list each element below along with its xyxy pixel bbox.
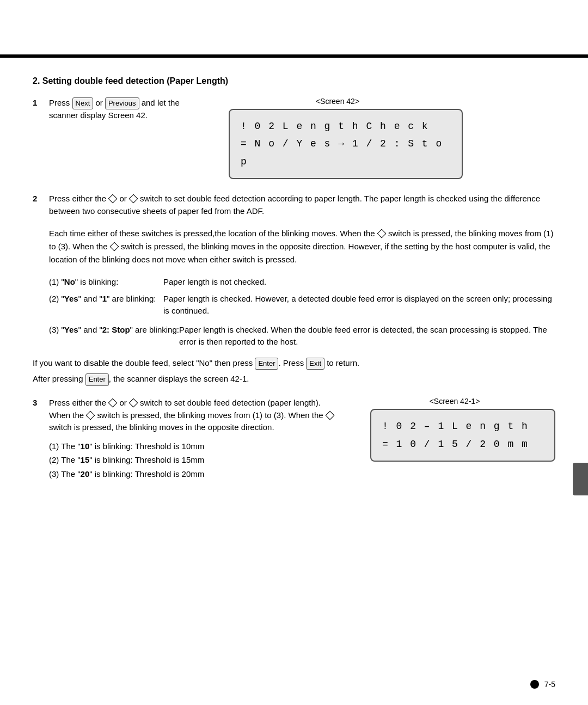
list3-label: (3) "Yes" and "2: Stop" are blinking:: [49, 324, 179, 348]
enter-key-badge: Enter: [255, 358, 278, 370]
screen42-label: <Screen 42>: [212, 97, 463, 106]
step1-press-label: Press: [49, 98, 70, 107]
step3-text: Press either the or switch to set double…: [49, 397, 338, 434]
step1-number: 1: [33, 98, 49, 107]
step2-text: Press either the or switch to set double…: [49, 193, 555, 217]
section-title: 2. Setting double feed detection (Paper …: [33, 76, 555, 86]
screen421-line2: = 1 0 / 1 5 / 2 0 m m: [382, 436, 543, 453]
step1-or-label: or: [95, 98, 102, 107]
diamond-left-icon: [108, 194, 118, 204]
diamond-right2-icon: [377, 229, 386, 238]
step3-left: Press either the or switch to set double…: [49, 397, 354, 481]
footer: 7-5: [530, 680, 555, 689]
list-item-2: (2) "Yes" and "1" are blinking: Paper le…: [49, 293, 555, 317]
step1-text: Press Next or Previous and let the scann…: [49, 97, 191, 121]
page-number: 7-5: [544, 680, 555, 689]
list3-desc: Paper length is checked. When the double…: [179, 324, 555, 348]
diamond-left4-icon: [325, 410, 334, 420]
screen42-line1: ! 0 2 L e n g t h C h e c k: [241, 118, 451, 135]
footer-line2: After pressing Enter, the scanner displa…: [33, 372, 555, 386]
diamond-left3-icon: [108, 399, 118, 408]
screen421-box: ! 0 2 – 1 L e n g t h = 1 0 / 1 5 / 2 0 …: [370, 409, 555, 462]
list-item-1: (1) "No" is blinking: Paper length is no…: [49, 276, 555, 289]
diamond-right4-icon: [86, 410, 95, 420]
list-item-3: (3) "Yes" and "2: Stop" are blinking: Pa…: [49, 324, 555, 348]
exit-key-badge: Exit: [306, 358, 324, 370]
list1-label: (1) "No" is blinking:: [49, 276, 163, 289]
enter-key2-badge: Enter: [85, 373, 109, 386]
step3-list2: (2) The "15" is blinking: Threshold is 1…: [49, 453, 338, 467]
step3-right: <Screen 42-1> ! 0 2 – 1 L e n g t h = 1 …: [354, 397, 555, 462]
diamond-left2-icon: [109, 242, 119, 252]
screen42-line2: = N o / Y e s → 1 / 2 : S t o p: [241, 135, 451, 170]
screen421-line1: ! 0 2 – 1 L e n g t h: [382, 418, 543, 435]
footer-bullet: [530, 680, 539, 689]
next-key-badge: Next: [72, 97, 94, 109]
top-border: [0, 54, 588, 58]
screen42-box: ! 0 2 L e n g t h C h e c k = N o / Y e …: [229, 109, 463, 179]
tab-marker: [573, 463, 588, 495]
step3-list1: (1) The "10" is blinking: Threshold is 1…: [49, 439, 338, 453]
previous-key-badge: Previous: [105, 97, 139, 109]
step1-container: 1 Press Next or Previous and let the sca…: [33, 97, 555, 179]
step2-number: 2: [33, 194, 49, 203]
step3-container: 3 Press either the or switch to set doub…: [33, 397, 555, 481]
list1-desc: Paper length is not checked.: [163, 276, 555, 289]
footer-line1: If you want to disable the double feed, …: [33, 357, 555, 370]
diamond-right-icon: [128, 194, 138, 204]
step3-list3: (3) The "20" is blinking: Threshold is 2…: [49, 467, 338, 481]
step2-container: 2 Press either the or switch to set doub…: [33, 193, 555, 217]
screen421-label: <Screen 42-1>: [354, 397, 555, 406]
step3-number: 3: [33, 398, 49, 407]
list2-desc: Paper length is checked. However, a dete…: [163, 293, 555, 317]
list2-label: (2) "Yes" and "1" are blinking:: [49, 293, 163, 317]
diamond-right3-icon: [128, 399, 138, 408]
body-paragraph: Each time either of these switches is pr…: [49, 227, 555, 266]
